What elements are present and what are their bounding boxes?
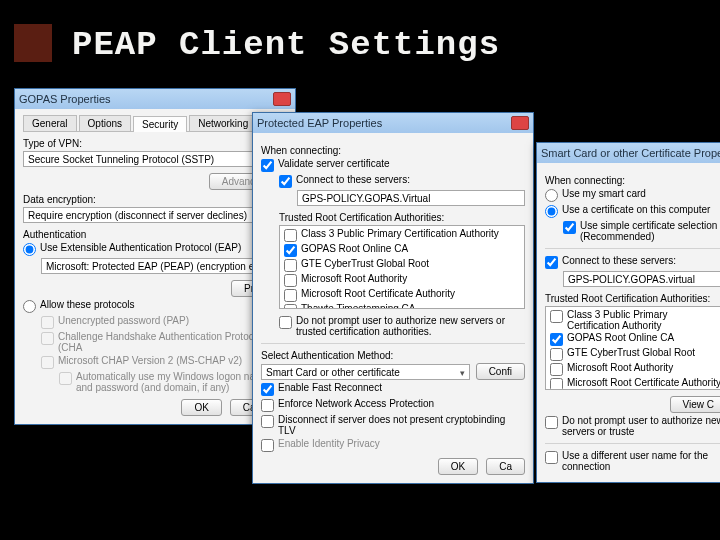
close-icon[interactable] [511,116,529,130]
check-no-prompt-input[interactable] [279,316,292,329]
trca-item[interactable]: GTE CyberTrust Global Root [550,347,720,361]
auth-method-dropdown[interactable]: Smart Card or other certificate [261,364,470,380]
tab-security[interactable]: Security [133,116,187,132]
trca-item[interactable]: Thawte Timestamping CA [284,303,520,309]
tab-networking[interactable]: Networking [189,115,257,131]
cancel-button[interactable]: Ca [486,458,525,475]
check-enforce-nap[interactable]: Enforce Network Access Protection [261,398,525,412]
check-validate-server-cert-label: Validate server certificate [278,158,390,169]
trca-item[interactable]: Microsoft Root Authority [550,362,720,376]
check-mschap: Microsoft CHAP Version 2 (MS-CHAP v2) [41,355,287,369]
trca-item[interactable]: GTE CyberTrust Global Root [284,258,520,272]
check-auto-windows-logon-input [59,372,72,385]
ok-button[interactable]: OK [181,399,221,416]
trca-item[interactable]: Microsoft Root Certificate Authority [550,377,720,390]
radio-use-eap-label: Use Extensible Authentication Protocol (… [40,242,241,253]
check-mschap-label: Microsoft CHAP Version 2 (MS-CHAP v2) [58,355,242,366]
check-no-prompt-label: Do not prompt user to authorize new serv… [296,315,525,337]
radio-use-certificate[interactable]: Use a certificate on this computer [545,204,720,218]
peap-trca-label: Trusted Root Certification Authorities: [279,212,525,223]
gopas-titlebar[interactable]: GOPAS Properties [15,89,295,109]
trca-item[interactable]: Microsoft Root Certificate Authority [284,288,520,302]
check-no-prompt[interactable]: Do not prompt user to authorize new serv… [545,415,720,437]
tab-options[interactable]: Options [79,115,131,131]
gopas-title: GOPAS Properties [19,93,111,105]
smartcard-title: Smart Card or other Certificate Properti… [541,147,720,159]
check-no-prompt[interactable]: Do not prompt user to authorize new serv… [279,315,525,337]
peap-titlebar[interactable]: Protected EAP Properties [253,113,533,133]
check-connect-servers[interactable]: Connect to these servers: [279,174,525,188]
authentication-label: Authentication [23,229,287,240]
check-pap: Unencrypted password (PAP) [41,315,287,329]
check-validate-server-cert-input[interactable] [261,159,274,172]
configure-button[interactable]: Confi [476,363,525,380]
tab-general[interactable]: General [23,115,77,131]
trca-item[interactable]: Class 3 Public Primary Certification Aut… [284,228,520,242]
peap-trca-listbox[interactable]: Class 3 Public Primary Certification Aut… [279,225,525,309]
radio-use-eap[interactable]: Use Extensible Authentication Protocol (… [23,242,287,256]
radio-allow-protocols-input[interactable] [23,300,36,313]
peap-properties-window: Protected EAP Properties When connecting… [252,112,534,484]
eap-method-dropdown[interactable]: Microsoft: Protected EAP (PEAP) (encrypt… [41,258,287,274]
slide-title: PEAP Client Settings [72,26,500,64]
check-different-username[interactable]: Use a different user name for the connec… [545,450,720,472]
connect-servers-input[interactable]: GPS-POLICY.GOPAS.virtual [563,271,720,287]
check-validate-server-cert[interactable]: Validate server certificate [261,158,525,172]
trca-item[interactable]: GOPAS Root Online CA [284,243,520,257]
check-chap-input [41,332,54,345]
connect-servers-input[interactable]: GPS-POLICY.GOPAS.Virtual [297,190,525,206]
view-certificate-button[interactable]: View C [670,396,721,413]
gopas-tabs: General Options Security Networking Shar… [23,115,287,132]
peap-title: Protected EAP Properties [257,117,382,129]
smart-trca-label: Trusted Root Certification Authorities: [545,293,720,304]
auth-method-label: Select Authentication Method: [261,350,525,361]
check-connect-servers[interactable]: Connect to these servers: [545,255,720,269]
data-encryption-dropdown[interactable]: Require encryption (disconnect if server… [23,207,287,223]
check-pap-input [41,316,54,329]
check-connect-servers-label: Connect to these servers: [296,174,410,185]
smart-when-connecting-label: When connecting: [545,175,720,186]
radio-allow-protocols[interactable]: Allow these protocols [23,299,287,313]
trca-item[interactable]: Class 3 Public Primary Certification Aut… [550,309,720,331]
ok-button[interactable]: OK [438,458,478,475]
trca-item[interactable]: GOPAS Root Online CA [550,332,720,346]
check-cryptobinding[interactable]: Disconnect if server does not present cr… [261,414,525,436]
close-icon[interactable] [273,92,291,106]
check-connect-servers-input[interactable] [279,175,292,188]
check-simple-selection[interactable]: Use simple certificate selection (Recomm… [563,220,720,242]
title-accent [14,24,52,62]
vpn-type-dropdown[interactable]: Secure Socket Tunneling Protocol (SSTP) [23,151,287,167]
check-mschap-input [41,356,54,369]
smartcard-titlebar[interactable]: Smart Card or other Certificate Properti… [537,143,720,163]
check-chap: Challenge Handshake Authentication Proto… [41,331,287,353]
radio-use-eap-input[interactable] [23,243,36,256]
radio-use-smartcard[interactable]: Use my smart card [545,188,720,202]
check-fast-reconnect[interactable]: Enable Fast Reconnect [261,382,525,396]
peap-when-connecting-label: When connecting: [261,145,525,156]
smart-trca-listbox[interactable]: Class 3 Public Primary Certification Aut… [545,306,720,390]
trca-item[interactable]: Microsoft Root Authority [284,273,520,287]
vpn-type-label: Type of VPN: [23,138,287,149]
smartcard-properties-window: Smart Card or other Certificate Properti… [536,142,720,483]
check-identity-privacy[interactable]: Enable Identity Privacy [261,438,525,452]
radio-allow-protocols-label: Allow these protocols [40,299,135,310]
check-pap-label: Unencrypted password (PAP) [58,315,189,326]
data-encryption-label: Data encryption: [23,194,287,205]
